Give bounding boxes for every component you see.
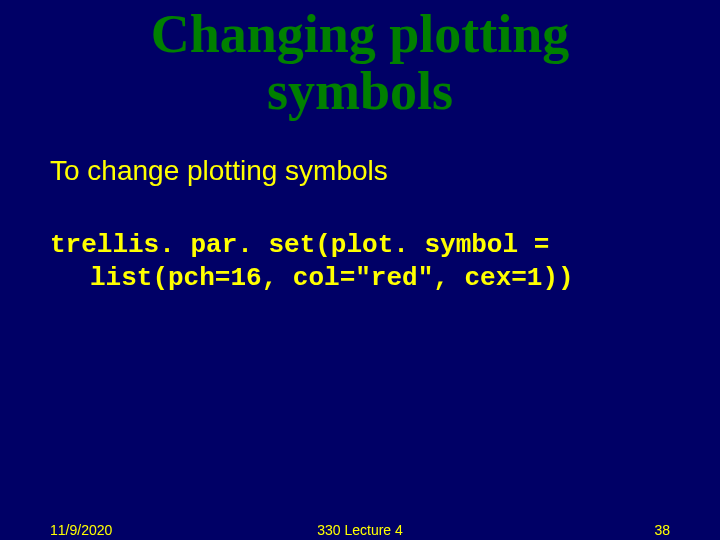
code-line-2: list(pch=16, col="red", cex=1)) — [50, 262, 720, 295]
code-line-1: trellis. par. set(plot. symbol = — [50, 230, 549, 260]
intro-text: To change plotting symbols — [50, 155, 720, 187]
title-line-1: Changing plotting — [151, 4, 570, 64]
footer-center: 330 Lecture 4 — [0, 522, 720, 538]
code-block: trellis. par. set(plot. symbol = list(pc… — [50, 229, 720, 294]
slide: Changing plotting symbols To change plot… — [0, 0, 720, 540]
slide-title: Changing plotting symbols — [0, 0, 720, 119]
footer-page: 38 — [654, 522, 670, 538]
title-line-2: symbols — [267, 61, 453, 121]
